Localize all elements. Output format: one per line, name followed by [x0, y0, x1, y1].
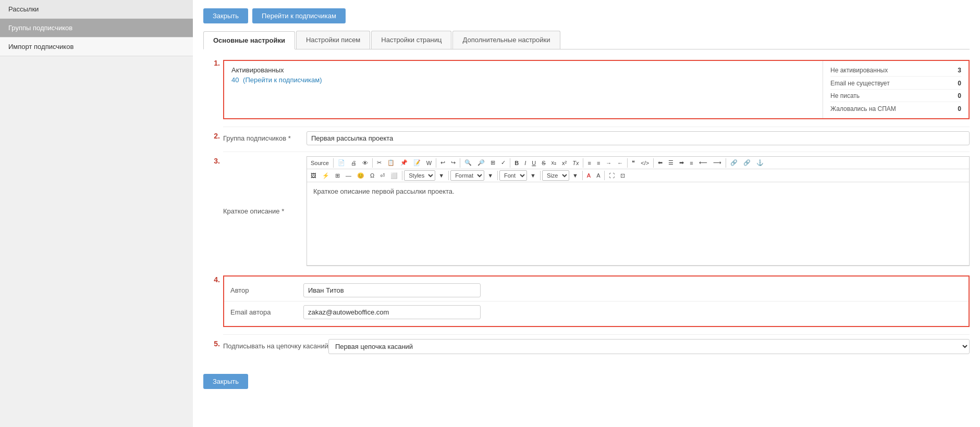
paste-button[interactable]: 📌 [398, 158, 410, 168]
toolbar-sep-5 [510, 158, 510, 168]
link-button[interactable]: 🔗 [728, 158, 740, 168]
align-left-button[interactable]: ⬅ [655, 158, 665, 168]
tab-additional-settings[interactable]: Дополнительные настройки [452, 31, 560, 49]
no-write-value: 0 [951, 92, 961, 99]
size-select[interactable]: Size [542, 170, 569, 181]
strike-button[interactable]: S [539, 158, 548, 168]
bg-color-button[interactable]: A [594, 171, 603, 180]
anchor-button[interactable]: ⚓ [754, 158, 766, 168]
bold-button[interactable]: B [512, 158, 521, 168]
clear-format-button[interactable]: Tx [570, 158, 581, 168]
stats-inner: Активированных 40 (Перейти к подписчикам… [224, 61, 969, 118]
preview-button[interactable]: 👁 [360, 158, 371, 168]
spell-button[interactable]: ✓ [498, 158, 508, 168]
copy-button[interactable]: 📋 [385, 158, 397, 168]
subscript-button[interactable]: x₂ [549, 158, 559, 168]
sidebar-item-import[interactable]: Импорт подписчиков [0, 37, 193, 56]
author-label: Автор [230, 286, 303, 294]
step5-section: Подписывать на цепочку касаний Первая це… [223, 334, 970, 358]
stats-row-no-write: Не писать 0 [830, 90, 961, 102]
step4-wrapper: 4. Автор Email автора [203, 270, 970, 332]
superscript-button[interactable]: x² [559, 158, 569, 168]
special-char-button[interactable]: Ω [368, 171, 377, 180]
email-author-row: Email автора [224, 302, 969, 323]
email-author-input[interactable] [303, 305, 481, 319]
ul-button[interactable]: ≡ [594, 158, 603, 168]
stats-right: Не активированных 3 Email не существует … [823, 61, 969, 118]
image-button[interactable]: 🖼 [308, 171, 319, 180]
sidebar-item-groups[interactable]: Группы подписчиков [0, 19, 193, 37]
ltr-button[interactable]: ⟵ [696, 158, 710, 168]
step2-section: Группа подписчиков * [223, 127, 970, 149]
format-dropdown[interactable]: ▼ [485, 171, 496, 180]
toolbar-sep-12 [497, 171, 498, 180]
print-button[interactable]: 🖨 [348, 158, 359, 168]
ol-button[interactable]: ≡ [585, 158, 593, 168]
font-select[interactable]: Font [499, 170, 527, 181]
group-input[interactable] [307, 131, 970, 145]
align-right-button[interactable]: ➡ [677, 158, 687, 168]
rtl-button[interactable]: ⟶ [710, 158, 724, 168]
italic-button[interactable]: I [522, 158, 529, 168]
sidebar-item-mailings[interactable]: Рассылки [0, 0, 193, 19]
subscribe-select[interactable]: Первая цепочка касаний [328, 339, 970, 354]
tab-letter-settings[interactable]: Настройки писем [296, 31, 370, 49]
activated-link[interactable]: (Перейти к подписчикам) [243, 76, 322, 84]
indent-button[interactable]: → [603, 158, 614, 168]
toolbar-sep-14 [582, 171, 583, 180]
subscribe-row: Подписывать на цепочку касаний Первая це… [223, 334, 970, 358]
styles-select[interactable]: Styles [404, 170, 435, 181]
unlink-button[interactable]: 🔗 [741, 158, 753, 168]
code-button[interactable]: </> [638, 158, 652, 168]
smiley-button[interactable]: 😊 [354, 171, 367, 181]
redo-button[interactable]: ↪ [448, 158, 458, 168]
author-row: Автор [224, 280, 969, 302]
step1-wrapper: 1. Активированных 40 (Перейти к подписчи… [203, 54, 970, 124]
page-break-button[interactable]: ⏎ [377, 171, 387, 181]
new-doc-button[interactable]: 📄 [335, 158, 348, 168]
step3-number: 3. [203, 152, 223, 165]
hline-button[interactable]: — [343, 171, 354, 180]
format-select[interactable]: Format [450, 170, 484, 181]
main-content: Закрыть Перейти к подписчикам Основные н… [193, 0, 980, 427]
stats-row-not-activated: Не активированных 3 [830, 65, 961, 77]
font-dropdown[interactable]: ▼ [528, 171, 538, 180]
tab-page-settings[interactable]: Настройки страниц [371, 31, 451, 49]
author-box: Автор Email автора [223, 275, 970, 327]
cut-button[interactable]: ✂ [374, 158, 384, 168]
table-button[interactable]: ⊞ [333, 171, 342, 181]
iframe-button[interactable]: ⬜ [388, 171, 400, 181]
author-input[interactable] [303, 283, 481, 297]
show-blocks-button[interactable]: ⊡ [618, 171, 628, 181]
undo-button[interactable]: ↩ [438, 158, 448, 168]
editor-content[interactable]: Краткое описание первой рассылки проекта… [307, 182, 969, 266]
toolbar-sep-15 [604, 171, 605, 180]
size-dropdown[interactable]: ▼ [570, 171, 581, 180]
outdent-button[interactable]: ← [615, 158, 626, 168]
stats-row-spam: Жаловались на СПАМ 0 [830, 103, 961, 115]
align-center-button[interactable]: ☰ [666, 158, 676, 168]
blockquote-button[interactable]: ❝ [629, 158, 638, 168]
group-label: Группа подписчиков * [223, 134, 307, 142]
stats-left: Активированных 40 (Перейти к подписчикам… [224, 61, 823, 118]
paste-word-button[interactable]: W [424, 158, 434, 168]
email-not-exist-value: 0 [951, 80, 961, 87]
goto-subscribers-button[interactable]: Перейти к подписчикам [252, 8, 346, 23]
toolbar-sep-9 [726, 158, 726, 168]
toolbar-sep-3 [436, 158, 436, 168]
find2-button[interactable]: 🔎 [475, 158, 487, 168]
toolbar-sep-7 [627, 158, 628, 168]
align-justify-button[interactable]: ≡ [687, 158, 695, 168]
find-button[interactable]: 🔍 [462, 158, 474, 168]
font-color-button[interactable]: A [584, 171, 593, 180]
paste-text-button[interactable]: 📝 [411, 158, 423, 168]
select-all-button[interactable]: ⊞ [488, 158, 498, 168]
maximize-button[interactable]: ⛶ [606, 171, 617, 180]
styles-dropdown[interactable]: ▼ [436, 171, 447, 180]
tab-basic-settings[interactable]: Основные настройки [203, 31, 295, 49]
flash-button[interactable]: ⚡ [320, 171, 332, 181]
source-button[interactable]: Source [308, 158, 332, 168]
close-button-top[interactable]: Закрыть [203, 8, 248, 23]
underline-button[interactable]: U [529, 158, 538, 168]
close-button-bottom[interactable]: Закрыть [203, 374, 248, 389]
